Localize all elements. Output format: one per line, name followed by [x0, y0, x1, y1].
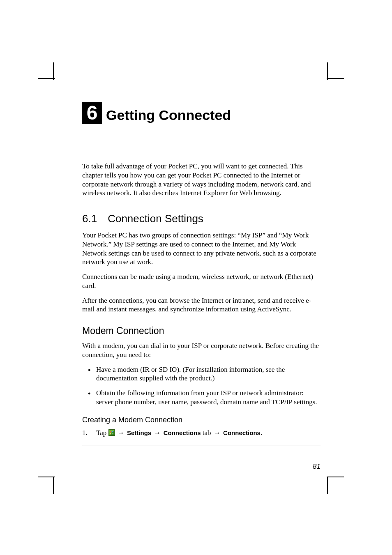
body-paragraph: Connections can be made using a modem, w…: [82, 272, 321, 290]
bullet-list: Have a modem (IR or SD IO). (For install…: [82, 365, 321, 407]
intro-paragraph: To take full advantage of your Pocket PC…: [82, 162, 321, 198]
body-paragraph: With a modem, you can dial in to your IS…: [82, 341, 321, 359]
chapter-title: Getting Connected: [106, 107, 231, 123]
nav-connections: Connections: [223, 429, 261, 436]
section-heading-6-1: 6.1 Connection Settings: [82, 212, 321, 225]
footer-rule: [82, 445, 321, 445]
tab-word: tab: [201, 429, 213, 437]
chapter-header: 6 Getting Connected: [82, 102, 321, 124]
body-paragraph: Your Pocket PC has two groups of connect…: [82, 231, 321, 267]
step-text-lead: Tap: [96, 429, 108, 437]
arrow-icon: →: [117, 429, 125, 437]
start-icon: [108, 429, 115, 436]
arrow-icon: →: [213, 429, 221, 437]
numbered-steps: 1. Tap → Settings → Connections tab → Co…: [82, 428, 321, 438]
subsubsection-heading-create-modem: Creating a Modem Connection: [82, 416, 321, 424]
subsection-heading-modem: Modem Connection: [82, 325, 321, 336]
period: .: [261, 429, 262, 437]
chapter-number-badge: 6: [82, 102, 102, 124]
step-item: 1. Tap → Settings → Connections tab → Co…: [82, 428, 321, 438]
body-paragraph: After the connections, you can browse th…: [82, 296, 321, 314]
nav-connections-tab: Connections: [164, 429, 201, 436]
nav-settings: Settings: [127, 429, 151, 436]
list-item: Have a modem (IR or SD IO). (For install…: [82, 365, 321, 383]
list-item: Obtain the following information from yo…: [82, 389, 321, 407]
step-number: 1.: [82, 428, 88, 438]
page-number: 81: [313, 463, 321, 471]
arrow-icon: →: [153, 429, 161, 437]
